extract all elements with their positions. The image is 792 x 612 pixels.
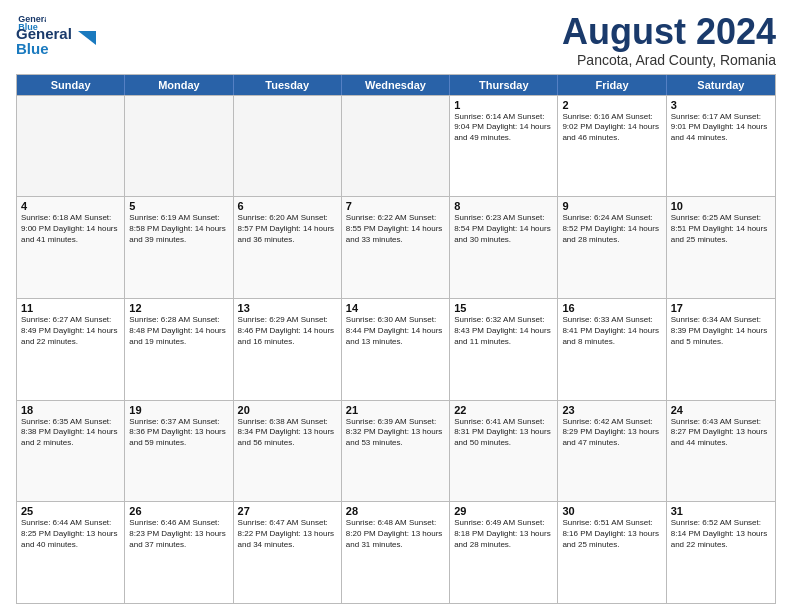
day-info: Sunrise: 6:20 AM Sunset: 8:57 PM Dayligh…: [238, 213, 337, 245]
cal-cell-3-1: 11Sunrise: 6:27 AM Sunset: 8:49 PM Dayli…: [17, 299, 125, 400]
cal-cell-1-3: [234, 96, 342, 197]
svg-marker-3: [78, 31, 96, 45]
cal-cell-5-5: 29Sunrise: 6:49 AM Sunset: 8:18 PM Dayli…: [450, 502, 558, 603]
calendar-body: 1Sunrise: 6:14 AM Sunset: 9:04 PM Daylig…: [17, 95, 775, 603]
day-number: 15: [454, 302, 553, 314]
day-info: Sunrise: 6:43 AM Sunset: 8:27 PM Dayligh…: [671, 417, 771, 449]
header-friday: Friday: [558, 75, 666, 95]
cal-row-2: 4Sunrise: 6:18 AM Sunset: 9:00 PM Daylig…: [17, 196, 775, 298]
cal-cell-1-2: [125, 96, 233, 197]
day-info: Sunrise: 6:14 AM Sunset: 9:04 PM Dayligh…: [454, 112, 553, 144]
day-number: 9: [562, 200, 661, 212]
day-number: 2: [562, 99, 661, 111]
day-info: Sunrise: 6:34 AM Sunset: 8:39 PM Dayligh…: [671, 315, 771, 347]
cal-cell-4-1: 18Sunrise: 6:35 AM Sunset: 8:38 PM Dayli…: [17, 401, 125, 502]
cal-cell-1-6: 2Sunrise: 6:16 AM Sunset: 9:02 PM Daylig…: [558, 96, 666, 197]
day-info: Sunrise: 6:30 AM Sunset: 8:44 PM Dayligh…: [346, 315, 445, 347]
header-sunday: Sunday: [17, 75, 125, 95]
day-info: Sunrise: 6:51 AM Sunset: 8:16 PM Dayligh…: [562, 518, 661, 550]
day-number: 29: [454, 505, 553, 517]
cal-cell-1-5: 1Sunrise: 6:14 AM Sunset: 9:04 PM Daylig…: [450, 96, 558, 197]
day-number: 3: [671, 99, 771, 111]
day-info: Sunrise: 6:16 AM Sunset: 9:02 PM Dayligh…: [562, 112, 661, 144]
day-number: 24: [671, 404, 771, 416]
day-info: Sunrise: 6:38 AM Sunset: 8:34 PM Dayligh…: [238, 417, 337, 449]
cal-cell-5-6: 30Sunrise: 6:51 AM Sunset: 8:16 PM Dayli…: [558, 502, 666, 603]
location-subtitle: Pancota, Arad County, Romania: [562, 52, 776, 68]
cal-cell-4-7: 24Sunrise: 6:43 AM Sunset: 8:27 PM Dayli…: [667, 401, 775, 502]
cal-cell-3-6: 16Sunrise: 6:33 AM Sunset: 8:41 PM Dayli…: [558, 299, 666, 400]
cal-cell-4-2: 19Sunrise: 6:37 AM Sunset: 8:36 PM Dayli…: [125, 401, 233, 502]
cal-cell-5-2: 26Sunrise: 6:46 AM Sunset: 8:23 PM Dayli…: [125, 502, 233, 603]
day-info: Sunrise: 6:18 AM Sunset: 9:00 PM Dayligh…: [21, 213, 120, 245]
header-monday: Monday: [125, 75, 233, 95]
day-number: 28: [346, 505, 445, 517]
cal-cell-2-5: 8Sunrise: 6:23 AM Sunset: 8:54 PM Daylig…: [450, 197, 558, 298]
title-block: August 2024 Pancota, Arad County, Romani…: [562, 12, 776, 68]
header: General Blue General Blue August 2024 Pa…: [16, 12, 776, 68]
day-info: Sunrise: 6:24 AM Sunset: 8:52 PM Dayligh…: [562, 213, 661, 245]
cal-cell-4-6: 23Sunrise: 6:42 AM Sunset: 8:29 PM Dayli…: [558, 401, 666, 502]
cal-cell-2-4: 7Sunrise: 6:22 AM Sunset: 8:55 PM Daylig…: [342, 197, 450, 298]
cal-cell-2-6: 9Sunrise: 6:24 AM Sunset: 8:52 PM Daylig…: [558, 197, 666, 298]
day-info: Sunrise: 6:28 AM Sunset: 8:48 PM Dayligh…: [129, 315, 228, 347]
day-info: Sunrise: 6:17 AM Sunset: 9:01 PM Dayligh…: [671, 112, 771, 144]
cal-cell-4-4: 21Sunrise: 6:39 AM Sunset: 8:32 PM Dayli…: [342, 401, 450, 502]
header-wednesday: Wednesday: [342, 75, 450, 95]
day-number: 4: [21, 200, 120, 212]
day-number: 13: [238, 302, 337, 314]
day-info: Sunrise: 6:32 AM Sunset: 8:43 PM Dayligh…: [454, 315, 553, 347]
month-title: August 2024: [562, 12, 776, 52]
page: General Blue General Blue August 2024 Pa…: [0, 0, 792, 612]
cal-cell-4-5: 22Sunrise: 6:41 AM Sunset: 8:31 PM Dayli…: [450, 401, 558, 502]
day-number: 19: [129, 404, 228, 416]
day-number: 16: [562, 302, 661, 314]
day-number: 10: [671, 200, 771, 212]
day-info: Sunrise: 6:33 AM Sunset: 8:41 PM Dayligh…: [562, 315, 661, 347]
day-info: Sunrise: 6:39 AM Sunset: 8:32 PM Dayligh…: [346, 417, 445, 449]
header-tuesday: Tuesday: [234, 75, 342, 95]
cal-cell-5-4: 28Sunrise: 6:48 AM Sunset: 8:20 PM Dayli…: [342, 502, 450, 603]
day-info: Sunrise: 6:48 AM Sunset: 8:20 PM Dayligh…: [346, 518, 445, 550]
cal-row-5: 25Sunrise: 6:44 AM Sunset: 8:25 PM Dayli…: [17, 501, 775, 603]
day-number: 31: [671, 505, 771, 517]
cal-cell-1-4: [342, 96, 450, 197]
cal-row-4: 18Sunrise: 6:35 AM Sunset: 8:38 PM Dayli…: [17, 400, 775, 502]
cal-cell-3-5: 15Sunrise: 6:32 AM Sunset: 8:43 PM Dayli…: [450, 299, 558, 400]
day-number: 23: [562, 404, 661, 416]
cal-cell-5-7: 31Sunrise: 6:52 AM Sunset: 8:14 PM Dayli…: [667, 502, 775, 603]
cal-cell-2-1: 4Sunrise: 6:18 AM Sunset: 9:00 PM Daylig…: [17, 197, 125, 298]
day-info: Sunrise: 6:22 AM Sunset: 8:55 PM Dayligh…: [346, 213, 445, 245]
day-info: Sunrise: 6:46 AM Sunset: 8:23 PM Dayligh…: [129, 518, 228, 550]
day-number: 17: [671, 302, 771, 314]
day-info: Sunrise: 6:47 AM Sunset: 8:22 PM Dayligh…: [238, 518, 337, 550]
day-info: Sunrise: 6:52 AM Sunset: 8:14 PM Dayligh…: [671, 518, 771, 550]
day-info: Sunrise: 6:49 AM Sunset: 8:18 PM Dayligh…: [454, 518, 553, 550]
day-number: 20: [238, 404, 337, 416]
cal-cell-3-3: 13Sunrise: 6:29 AM Sunset: 8:46 PM Dayli…: [234, 299, 342, 400]
cal-cell-3-2: 12Sunrise: 6:28 AM Sunset: 8:48 PM Dayli…: [125, 299, 233, 400]
day-number: 12: [129, 302, 228, 314]
cal-cell-2-2: 5Sunrise: 6:19 AM Sunset: 8:58 PM Daylig…: [125, 197, 233, 298]
cal-cell-3-7: 17Sunrise: 6:34 AM Sunset: 8:39 PM Dayli…: [667, 299, 775, 400]
calendar: Sunday Monday Tuesday Wednesday Thursday…: [16, 74, 776, 604]
logo-triangle-icon: [76, 27, 98, 49]
day-info: Sunrise: 6:29 AM Sunset: 8:46 PM Dayligh…: [238, 315, 337, 347]
day-number: 26: [129, 505, 228, 517]
day-info: Sunrise: 6:25 AM Sunset: 8:51 PM Dayligh…: [671, 213, 771, 245]
cal-row-3: 11Sunrise: 6:27 AM Sunset: 8:49 PM Dayli…: [17, 298, 775, 400]
day-number: 25: [21, 505, 120, 517]
day-number: 22: [454, 404, 553, 416]
day-info: Sunrise: 6:41 AM Sunset: 8:31 PM Dayligh…: [454, 417, 553, 449]
logo: General Blue General Blue: [16, 12, 98, 57]
day-info: Sunrise: 6:44 AM Sunset: 8:25 PM Dayligh…: [21, 518, 120, 550]
day-number: 18: [21, 404, 120, 416]
day-number: 8: [454, 200, 553, 212]
cal-cell-1-1: [17, 96, 125, 197]
cal-cell-4-3: 20Sunrise: 6:38 AM Sunset: 8:34 PM Dayli…: [234, 401, 342, 502]
day-info: Sunrise: 6:19 AM Sunset: 8:58 PM Dayligh…: [129, 213, 228, 245]
cal-cell-2-3: 6Sunrise: 6:20 AM Sunset: 8:57 PM Daylig…: [234, 197, 342, 298]
day-info: Sunrise: 6:37 AM Sunset: 8:36 PM Dayligh…: [129, 417, 228, 449]
day-number: 14: [346, 302, 445, 314]
cal-row-1: 1Sunrise: 6:14 AM Sunset: 9:04 PM Daylig…: [17, 95, 775, 197]
